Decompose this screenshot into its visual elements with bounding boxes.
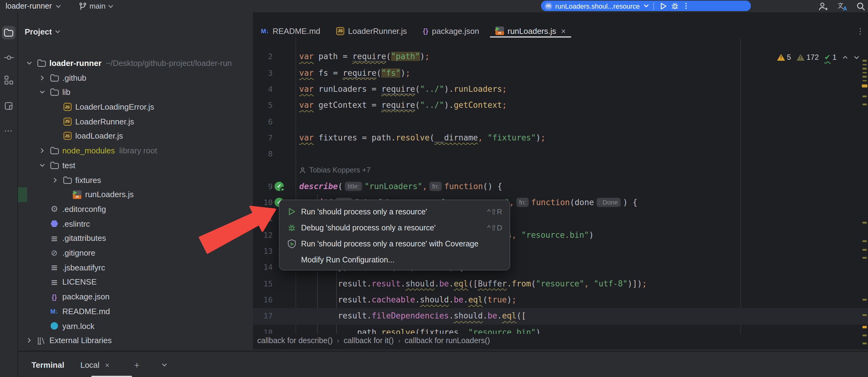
code-line-8[interactable]: 8: [253, 146, 868, 162]
code-line-6[interactable]: 6: [253, 114, 868, 130]
chevron-right-icon[interactable]: [53, 177, 58, 183]
close-icon[interactable]: ×: [561, 26, 566, 35]
tree-item-yarn.lock[interactable]: yarn.lock: [17, 318, 253, 333]
tree-item-LoaderRunner.js[interactable]: JSLoaderRunner.js: [17, 114, 253, 129]
project-panel-header[interactable]: Project: [25, 27, 60, 36]
code-line-16[interactable]: 16result.cacheable.should.be.eql(true);: [253, 292, 868, 308]
debug-button[interactable]: [669, 1, 680, 11]
tab-options-kebab-icon[interactable]: ⋮: [856, 27, 864, 36]
tree-item-README.md[interactable]: M↓README.md: [17, 304, 253, 318]
tab-LoaderRunner.js[interactable]: JSLoaderRunner.js: [328, 24, 415, 38]
close-icon[interactable]: ×: [105, 361, 110, 369]
run-configuration-widget[interactable]: m runLoaders.shoul...resource ⋮: [541, 1, 751, 11]
more-actions-button[interactable]: ⋮: [680, 1, 691, 11]
tree-item-.gitignore[interactable]: ⊘.gitignore: [17, 245, 253, 260]
tab-package.json[interactable]: {}package.json: [415, 24, 487, 38]
gutter: [273, 308, 297, 324]
stripe-mark[interactable]: [863, 68, 867, 69]
stripe-more-icon[interactable]: ⋯: [2, 124, 16, 137]
stripe-mark[interactable]: [863, 103, 867, 105]
tree-item-hint: ~/Desktop/github-project/loader-run: [106, 59, 231, 68]
tree-item-External Libraries[interactable]: External Libraries: [17, 333, 253, 348]
tree-item-node_modules[interactable]: node_moduleslibrary root: [17, 143, 253, 158]
chevron-down-icon[interactable]: [162, 362, 167, 368]
search-icon[interactable]: [856, 2, 866, 11]
tree-item-test[interactable]: test: [17, 158, 253, 172]
stripe-mark[interactable]: [863, 96, 867, 97]
menu-item-modify-run-configuration[interactable]: Modify Run Configuration...: [279, 252, 509, 268]
stripe-bookmarks-icon[interactable]: [2, 99, 16, 113]
stripe-mark[interactable]: [863, 64, 867, 65]
chevron-right-icon[interactable]: [39, 75, 45, 80]
branch-widget[interactable]: main: [79, 2, 114, 11]
braces-icon: {}: [423, 27, 428, 34]
tree-item-.editorconfig[interactable]: ⚙.editorconfig: [17, 202, 253, 216]
chevron-down-icon[interactable]: [39, 90, 45, 95]
tree-item-runLoaders.js[interactable]: ◆▶JSrunLoaders.js: [17, 187, 253, 202]
tab-README.md[interactable]: M↓README.md: [253, 24, 328, 38]
tree-item-loader-runner[interactable]: loader-runner~/Desktop/github-project/lo…: [17, 56, 253, 70]
gutter: [273, 162, 297, 179]
stripe-mark[interactable]: [863, 343, 867, 344]
add-user-icon[interactable]: [818, 2, 829, 11]
terminal-title[interactable]: Terminal: [31, 361, 64, 370]
stripe-mark[interactable]: [862, 84, 867, 88]
menu-item-run-with-coverage[interactable]: Run 'should process only a resource' wit…: [279, 236, 509, 252]
tree-item-partial[interactable]: [17, 348, 253, 349]
tree-item-fixtures[interactable]: fixtures: [17, 172, 253, 187]
tree-item-LoaderLoadingError.js[interactable]: JSLoaderLoadingError.js: [17, 100, 253, 114]
stripe-project-folder-icon[interactable]: [2, 26, 16, 39]
author-annotation-line[interactable]: Tobias Koppers +7: [253, 162, 868, 179]
code-line-4[interactable]: 4var runLoaders = require("../").runLoad…: [253, 81, 868, 98]
stripe-mark[interactable]: [863, 257, 867, 259]
error-stripe[interactable]: [862, 37, 868, 349]
code-line-5[interactable]: 5var getContext = require("../").getCont…: [253, 97, 868, 114]
stripe-mark[interactable]: [863, 335, 867, 336]
run-button[interactable]: [658, 1, 669, 11]
code-line-3[interactable]: 3var fs = require("fs");: [253, 65, 868, 81]
breadcrumb-item[interactable]: callback for runLoaders(): [405, 336, 490, 345]
new-terminal-button[interactable]: +: [134, 360, 140, 370]
stripe-commit-icon[interactable]: [2, 50, 16, 64]
tree-item-.jsbeautifyrc[interactable]: ≡.jsbeautifyrc: [17, 260, 253, 275]
stripe-mark[interactable]: [863, 72, 867, 73]
chevron-down-icon[interactable]: [27, 60, 32, 66]
tree-item-.gitattributes[interactable]: ≡.gitattributes: [17, 231, 253, 245]
stripe-structure-icon[interactable]: [2, 73, 16, 87]
chevron-down-icon[interactable]: [39, 163, 45, 168]
stripe-mark[interactable]: [863, 249, 867, 250]
stripe-mark[interactable]: [863, 314, 867, 316]
run-test-gutter-icon[interactable]: ✓▶: [275, 182, 284, 191]
terminal-tab-local[interactable]: Local ×: [80, 361, 109, 370]
tree-item-lib[interactable]: lib: [17, 85, 253, 100]
tab-runLoaders.js[interactable]: ◆▶JSrunLoaders.js×: [487, 24, 574, 38]
tree-item-loadLoader.js[interactable]: JSloadLoader.js: [17, 129, 253, 143]
tree-item-package.json[interactable]: {}package.json: [17, 289, 253, 304]
menu-item-run-test[interactable]: Run 'should process only a resource'^⇧R: [279, 204, 509, 219]
stripe-mark[interactable]: [863, 76, 867, 77]
project-widget[interactable]: loader-runner: [5, 2, 52, 10]
code-line-15[interactable]: 15result.result.should.be.eql([Buffer.fr…: [253, 276, 868, 292]
chevron-down-icon[interactable]: [644, 3, 649, 9]
stripe-mark[interactable]: [863, 80, 867, 81]
code-viewport[interactable]: 2var path = require("path");3var fs = re…: [253, 49, 868, 341]
translate-icon[interactable]: A: [837, 2, 848, 11]
code-line-7[interactable]: 7var fixtures = path.resolve(__dirname, …: [253, 130, 868, 146]
stripe-mark[interactable]: [863, 326, 867, 328]
tree-item-LICENSE[interactable]: ≡LICENSE: [17, 275, 253, 289]
code-line-9[interactable]: 9✓▶describe(title:"runLoaders",fn:functi…: [253, 179, 868, 195]
stripe-mark[interactable]: [863, 60, 867, 61]
code-line-17[interactable]: 17result.fileDependencies.should.be.eql(…: [253, 308, 868, 324]
menu-item-debug-test[interactable]: Debug 'should process only a resource'^⇧…: [279, 219, 509, 236]
breadcrumb-item[interactable]: callback for it(): [344, 336, 394, 345]
code-line-2[interactable]: 2var path = require("path");: [253, 49, 868, 65]
chevron-right-icon[interactable]: [39, 148, 45, 153]
tree-item-.github[interactable]: .github: [17, 71, 253, 85]
stripe-mark[interactable]: [863, 222, 867, 223]
stripe-mark[interactable]: [863, 299, 867, 300]
chevron-right-icon[interactable]: [27, 338, 32, 343]
stripe-mark[interactable]: [863, 240, 867, 242]
breadcrumb-item[interactable]: callback for describe(): [257, 336, 333, 345]
tree-item-.eslintrc[interactable]: .eslintrc: [17, 216, 253, 231]
eslint-icon: [49, 220, 59, 227]
